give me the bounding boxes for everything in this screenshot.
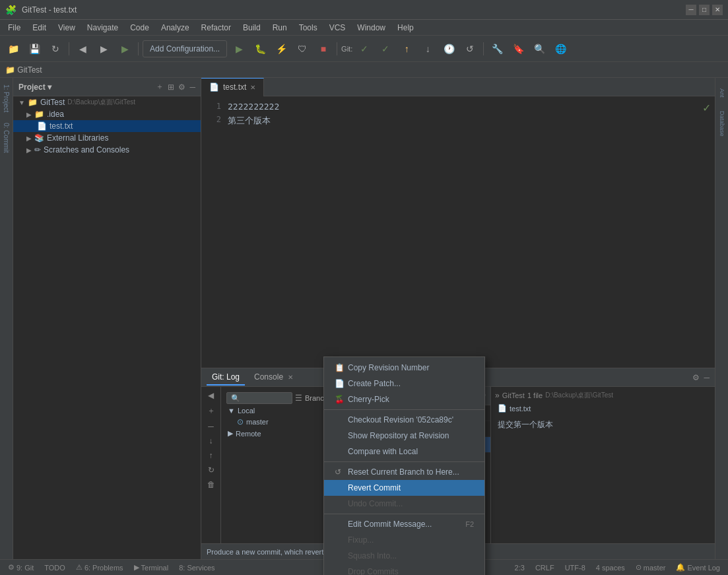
toolbar-open[interactable]: 📁 — [4, 40, 22, 58]
toolbar-search[interactable]: 🔍 — [530, 40, 548, 58]
git-revert[interactable]: ↺ — [461, 40, 479, 58]
panel-minimize-icon[interactable]: ─ — [189, 83, 195, 92]
git-ctrl-arrow-left[interactable]: ◀ — [207, 389, 215, 401]
menu-vcs[interactable]: VCS — [324, 22, 351, 34]
tree-scratches[interactable]: ▶ ✏ Scratches and Consoles — [13, 144, 201, 156]
ctx-revert-commit[interactable]: Revert Commit — [324, 480, 484, 496]
todo-status-item[interactable]: TODO — [42, 564, 68, 572]
problems-status-item[interactable]: ⚠ 6: Problems — [73, 563, 126, 572]
git-ctrl-minus[interactable]: ─ — [207, 421, 215, 432]
git-settings-icon[interactable]: ⚙ — [692, 373, 700, 382]
database-panel-icon[interactable]: Database — [719, 106, 725, 142]
git-push[interactable]: ↑ — [397, 40, 416, 58]
menu-view[interactable]: View — [53, 22, 81, 34]
ctx-create-patch[interactable]: 📄 Create Patch... — [324, 376, 484, 391]
minimize-button[interactable]: ─ — [686, 5, 696, 15]
ctx-compare-local[interactable]: Compare with Local — [324, 444, 484, 459]
event-log-label: Event Log — [687, 564, 720, 572]
tree-root[interactable]: ▼ 📁 GitTest D:\Backup\桌面\GitTest — [13, 96, 201, 108]
toolbar-cover[interactable]: 🛡 — [293, 40, 312, 58]
menu-help[interactable]: Help — [392, 22, 419, 34]
project-tab-icon[interactable]: 1: Project — [1, 81, 11, 116]
toolbar-back[interactable]: ◀ — [73, 40, 92, 58]
menu-window[interactable]: Window — [352, 22, 391, 34]
toolbar-debug[interactable]: 🐛 — [251, 40, 269, 58]
toolbar-run[interactable]: ▶ — [116, 40, 134, 58]
git-minimize-icon[interactable]: ─ — [704, 373, 710, 382]
tree-idea-folder[interactable]: ▶ 📁 .idea — [13, 108, 201, 120]
branch-item[interactable]: ⊙ master — [633, 563, 669, 572]
tab-console[interactable]: Console ✕ — [249, 370, 298, 386]
crlf-item[interactable]: CRLF — [533, 563, 557, 572]
commit-tab-icon[interactable]: 0: Commit — [1, 119, 11, 157]
git-ctrl-refresh[interactable]: ↻ — [207, 464, 216, 476]
services-status-item[interactable]: 8: Services — [176, 564, 217, 572]
toolbar-profile[interactable]: ⚡ — [272, 40, 290, 58]
info-more-icon[interactable]: » — [495, 391, 500, 400]
menu-navigate[interactable]: Navigate — [82, 22, 123, 34]
menu-code[interactable]: Code — [125, 22, 154, 34]
toolbar-bookmark[interactable]: 🔖 — [509, 40, 527, 58]
project-tree: ▼ 📁 GitTest D:\Backup\桌面\GitTest ▶ 📁 .id… — [13, 96, 201, 156]
tree-external-libs[interactable]: ▶ 📚 External Libraries — [13, 132, 201, 144]
panel-settings-icon[interactable]: ⚙ — [178, 83, 185, 92]
menu-analyze[interactable]: Analyze — [156, 22, 195, 34]
menu-tools[interactable]: Tools — [294, 22, 323, 34]
event-log-item[interactable]: 🔔 Event Log — [673, 563, 723, 572]
ctx-drop-left: Drop Commits — [335, 567, 399, 575]
menu-build[interactable]: Build — [238, 22, 266, 34]
ctx-compare-left: Compare with Local — [335, 447, 418, 456]
branch-label: master — [644, 564, 666, 572]
menu-refactor[interactable]: Refactor — [196, 22, 236, 34]
git-commit[interactable]: ✓ — [376, 40, 395, 58]
ctx-edit-message[interactable]: Edit Commit Message... F2 — [324, 516, 484, 532]
menu-run[interactable]: Run — [267, 22, 292, 34]
ant-panel-icon[interactable]: Ant — [719, 83, 725, 103]
toolbar-stop[interactable]: ■ — [314, 40, 333, 58]
ctx-show-repository[interactable]: Show Repository at Revision — [324, 428, 484, 444]
todo-label: TODO — [44, 564, 65, 572]
git-filter-icon[interactable]: ☰ — [295, 393, 302, 403]
toolbar-wrench[interactable]: 🔧 — [488, 40, 506, 58]
encoding-item[interactable]: UTF-8 — [562, 563, 588, 572]
git-branch-search[interactable] — [226, 392, 292, 404]
terminal-status-item[interactable]: ▶ Terminal — [131, 563, 172, 572]
git-ctrl-fetch[interactable]: ↓ — [208, 435, 215, 447]
file-entry-1[interactable]: 📄 test.txt — [495, 403, 711, 414]
ctx-copy-revision[interactable]: 📋 Copy Revision Number — [324, 360, 484, 376]
add-configuration-button[interactable]: Add Configuration... — [143, 40, 227, 57]
position-item[interactable]: 2:3 — [512, 563, 527, 572]
toolbar-translate[interactable]: 🌐 — [551, 40, 570, 58]
title-bar: 🧩 GitTest - test.txt ─ □ ✕ — [0, 0, 728, 20]
maximize-button[interactable]: □ — [699, 5, 710, 15]
toolbar-refresh[interactable]: ↻ — [46, 40, 65, 58]
git-fetch[interactable]: ↓ — [418, 40, 437, 58]
toolbar-forward[interactable]: ▶ — [94, 40, 113, 58]
ctx-reset-branch[interactable]: ↺ Reset Current Branch to Here... — [324, 464, 484, 480]
menu-file[interactable]: File — [3, 22, 26, 34]
tab-close-button[interactable]: ✕ — [250, 84, 255, 91]
tree-test-txt[interactable]: 📄 test.txt — [13, 120, 201, 132]
menu-bar: File Edit View Navigate Code Analyze Ref… — [0, 20, 728, 36]
editor-content[interactable]: 1 2222222222 2 第三个版本 ✓ — [201, 96, 715, 368]
toolbar-run2[interactable]: ▶ — [230, 40, 248, 58]
copy-revision-icon: 📋 — [335, 363, 345, 372]
root-chevron: ▼ — [18, 99, 25, 106]
git-history[interactable]: 🕐 — [440, 40, 458, 58]
spaces-item[interactable]: 4 spaces — [593, 563, 628, 572]
menu-edit[interactable]: Edit — [27, 22, 51, 34]
ctx-checkout-revision[interactable]: Checkout Revision '052ca89c' — [324, 412, 484, 428]
console-tab-close[interactable]: ✕ — [288, 374, 293, 381]
tab-git-log[interactable]: Git: Log — [207, 370, 245, 386]
ctx-cherry-pick[interactable]: 🍒 Cherry-Pick — [324, 391, 484, 407]
editor-tab-test-txt[interactable]: 📄 test.txt ✕ — [201, 78, 264, 96]
git-ctrl-add[interactable]: ＋ — [206, 404, 216, 418]
git-status-item[interactable]: ⚙ 9: Git — [5, 563, 36, 572]
close-button[interactable]: ✕ — [712, 5, 723, 15]
git-ctrl-push[interactable]: ↑ — [208, 450, 215, 461]
panel-layout-icon[interactable]: ⊞ — [168, 83, 174, 92]
git-ctrl-trash[interactable]: 🗑 — [206, 479, 216, 490]
git-update[interactable]: ✓ — [355, 40, 374, 58]
panel-add-icon[interactable]: ＋ — [156, 81, 164, 92]
toolbar-save[interactable]: 💾 — [25, 40, 44, 58]
